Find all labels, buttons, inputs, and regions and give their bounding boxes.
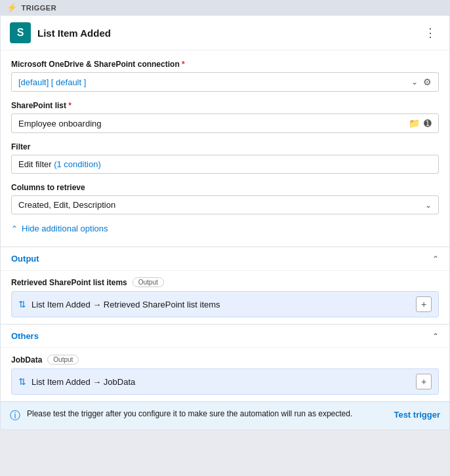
chevron-up-icon: ⌃ — [432, 332, 439, 341]
filter-value: Edit filter (1 condition) — [18, 159, 101, 169]
output-row-text: List Item Added → Retrieved SharePoint l… — [31, 300, 411, 309]
others-row-text: List Item Added → JobData — [31, 377, 411, 387]
others-section-body: JobData Output ⇅ List Item Added → JobDa… — [1, 347, 449, 401]
more-options-button[interactable]: ⋮ — [420, 24, 440, 41]
filter-condition-count: (1 condition) — [54, 159, 101, 169]
card-header-left: S List Item Added — [10, 22, 111, 43]
sharepoint-list-group: SharePoint list * Employee onboarding 📁 … — [11, 101, 439, 133]
transfer-icon: ⇅ — [18, 299, 26, 309]
info-icon: ⓘ — [10, 409, 20, 423]
main-card: S List Item Added ⋮ Microsoft OneDrive &… — [0, 15, 450, 430]
hide-options-toggle[interactable]: ⌃ Hide additional options — [11, 224, 439, 233]
transfer-icon: ⇅ — [18, 376, 26, 387]
sharepoint-list-value: Employee onboarding — [18, 119, 405, 129]
columns-label: Columns to retrieve — [11, 183, 439, 192]
add-output-button[interactable]: + — [416, 296, 432, 312]
others-section-title: Others — [11, 331, 39, 341]
columns-select[interactable]: Created, Edit, Description ⌄ — [11, 195, 439, 214]
gear-icon[interactable]: ⚙ — [423, 77, 432, 87]
filter-field-group: Filter Edit filter (1 condition) — [11, 142, 439, 174]
card-title: List Item Added — [37, 28, 111, 39]
columns-field-group: Columns to retrieve Created, Edit, Descr… — [11, 183, 439, 214]
filter-input[interactable]: Edit filter (1 condition) — [11, 155, 439, 174]
filter-label: Filter — [11, 142, 439, 151]
card-header: S List Item Added ⋮ — [1, 16, 449, 50]
others-row: ⇅ List Item Added → JobData + — [11, 368, 439, 395]
card-body: Microsoft OneDrive & SharePoint connecti… — [1, 50, 449, 247]
connection-select[interactable]: [default] [ default ] ⌄ ⚙ — [11, 72, 439, 92]
info-text: Please test the trigger after you config… — [27, 408, 387, 420]
sharepoint-logo: S — [10, 22, 31, 43]
sharepoint-list-input[interactable]: Employee onboarding 📁 ➊ — [11, 113, 439, 133]
trigger-label: TRIGGER — [22, 4, 57, 12]
folder-icon[interactable]: 📁 — [409, 118, 420, 129]
output-section-body: Retrieved SharePoint list items Output ⇅… — [1, 270, 449, 324]
chevron-down-icon: ⌄ — [425, 201, 432, 210]
chevron-up-icon: ⌃ — [432, 254, 439, 264]
others-section-header[interactable]: Others ⌃ — [1, 324, 449, 347]
others-badge: Output — [47, 355, 79, 365]
connection-label: Microsoft OneDrive & SharePoint connecti… — [11, 60, 439, 69]
output-subtitle: Retrieved SharePoint list items Output — [11, 277, 439, 287]
output-row: ⇅ List Item Added → Retrieved SharePoint… — [11, 291, 439, 317]
output-section-header[interactable]: Output ⌃ — [1, 247, 449, 270]
trigger-icon: ⚡ — [7, 3, 18, 12]
info-bar: ⓘ Please test the trigger after you conf… — [1, 401, 449, 429]
output-badge: Output — [133, 277, 164, 287]
hide-options-label: Hide additional options — [22, 224, 108, 233]
add-others-button[interactable]: + — [416, 374, 432, 389]
sharepoint-list-label: SharePoint list * — [11, 101, 439, 110]
trigger-bar: ⚡ TRIGGER — [0, 0, 450, 15]
chevron-up-icon: ⌃ — [11, 224, 18, 233]
chevron-down-icon: ⌄ — [411, 77, 418, 87]
columns-value: Created, Edit, Description — [18, 200, 425, 210]
plus-circle-icon[interactable]: ➊ — [424, 118, 432, 129]
test-trigger-link[interactable]: Test trigger — [394, 410, 440, 420]
output-section-title: Output — [11, 254, 39, 264]
connection-field-group: Microsoft OneDrive & SharePoint connecti… — [11, 60, 439, 92]
others-subtitle: JobData Output — [11, 355, 439, 365]
connection-value: [default] [ default ] — [18, 77, 411, 87]
